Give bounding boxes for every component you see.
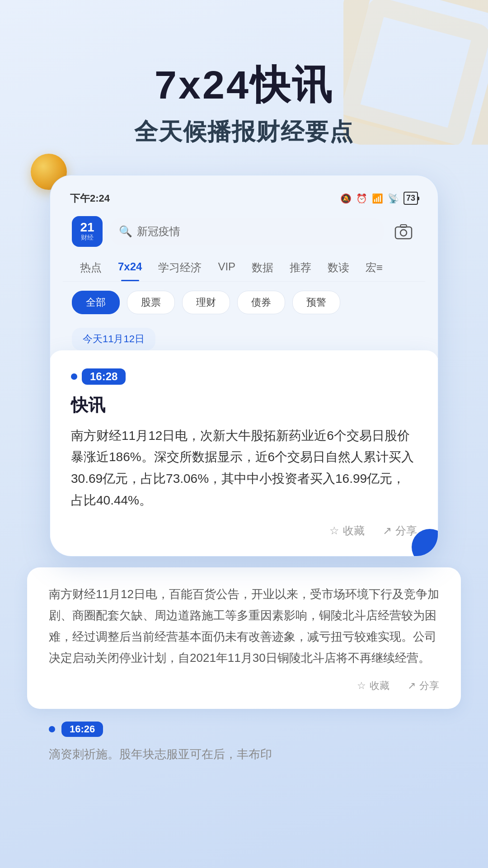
search-icon: 🔍 — [119, 225, 132, 238]
second-news-body: 南方财经11月12日电，百能百货公告，开业以来，受市场环境下行及竞争加剧、商圈配… — [49, 584, 439, 668]
date-badge: 今天11月12日 — [72, 328, 155, 350]
notification-icon: 🔕 — [340, 193, 352, 204]
signal-icon: 📶 — [372, 193, 383, 204]
news-card: 16:28 快讯 南方财经11月12日电，次新大牛股拓新药业近6个交易日股价暴涨… — [50, 350, 438, 556]
share-action[interactable]: ↗ 分享 — [383, 524, 417, 538]
tab-7x24[interactable]: 7x24 — [110, 254, 150, 281]
third-news-preview: 滴资刺祈施。股年块志服亚可在后，丰布印 — [27, 737, 461, 771]
status-bar: 下午2:24 🔕 ⏰ 📶 📡 73 — [63, 188, 425, 209]
news-card-title: 快讯 — [71, 394, 417, 417]
news-card-body: 南方财经11月12日电，次新大牛股拓新药业近6个交易日股价暴涨近186%。深交所… — [71, 425, 417, 511]
logo-sub: 财经 — [80, 234, 94, 242]
news-time-badge: 16:28 — [71, 368, 126, 385]
tab-macro[interactable]: 宏≡ — [357, 254, 391, 281]
news-time: 16:28 — [82, 368, 126, 385]
logo-number: 21 — [80, 221, 94, 234]
tab-data-read[interactable]: 数读 — [319, 254, 357, 281]
search-text: 新冠疫情 — [137, 224, 180, 239]
battery-level: 73 — [406, 193, 415, 203]
filter-chips: 全部 股票 理财 债券 预警 — [63, 282, 425, 323]
tab-hotspot[interactable]: 热点 — [72, 254, 110, 281]
alarm-icon: ⏰ — [356, 193, 367, 204]
tab-vip[interactable]: VIP — [210, 254, 244, 281]
chip-finance[interactable]: 理财 — [182, 291, 230, 314]
save-label: 收藏 — [343, 524, 365, 538]
status-icons: 🔕 ⏰ 📶 📡 73 — [340, 192, 418, 205]
battery-indicator: 73 — [404, 192, 418, 205]
third-dot — [49, 726, 55, 732]
tab-learn-economy[interactable]: 学习经济 — [150, 254, 210, 281]
chip-alert[interactable]: 预警 — [292, 291, 340, 314]
tab-recommend[interactable]: 推荐 — [282, 254, 319, 281]
chip-all[interactable]: 全部 — [72, 291, 120, 314]
time-dot — [71, 373, 77, 380]
camera-button[interactable] — [391, 219, 416, 244]
status-time: 下午2:24 — [70, 192, 110, 205]
search-bar[interactable]: 🔍 新冠疫情 — [110, 218, 384, 245]
share-icon-2: ↗ — [408, 680, 416, 692]
hero-subtitle: 全天候播报财经要点 — [0, 116, 488, 148]
third-time: 16:26 — [61, 722, 103, 737]
save-action[interactable]: ☆ 收藏 — [329, 524, 365, 538]
phone-container: 下午2:24 🔕 ⏰ 📶 📡 73 21 财经 🔍 新冠疫情 — [50, 175, 438, 557]
share-icon: ↗ — [383, 524, 392, 537]
star-icon: ☆ — [329, 524, 339, 537]
second-share-label: 分享 — [419, 679, 439, 693]
phone-mockup: 下午2:24 🔕 ⏰ 📶 📡 73 21 财经 🔍 新冠疫情 — [50, 175, 438, 557]
app-logo[interactable]: 21 财经 — [72, 216, 103, 247]
second-share-action[interactable]: ↗ 分享 — [408, 679, 439, 693]
svg-rect-2 — [400, 225, 407, 227]
chip-bonds[interactable]: 债券 — [237, 291, 285, 314]
app-header: 21 财经 🔍 新冠疫情 — [63, 209, 425, 254]
svg-point-1 — [400, 230, 407, 236]
wifi-icon: 📡 — [388, 193, 399, 204]
third-news-row: 16:26 — [27, 709, 461, 737]
tab-data[interactable]: 数据 — [244, 254, 282, 281]
star-icon-2: ☆ — [357, 680, 366, 692]
second-save-label: 收藏 — [370, 679, 389, 693]
share-label: 分享 — [395, 524, 417, 538]
news-card-actions: ☆ 收藏 ↗ 分享 — [71, 524, 417, 538]
nav-tabs: 热点 7x24 学习经济 VIP 数据 推荐 数读 宏≡ — [63, 254, 425, 282]
second-news-card: 南方财经11月12日电，百能百货公告，开业以来，受市场环境下行及竞争加剧、商圈配… — [27, 567, 461, 709]
second-save-action[interactable]: ☆ 收藏 — [357, 679, 389, 693]
second-card-actions: ☆ 收藏 ↗ 分享 — [49, 679, 439, 693]
hero-section: 7x24快讯 全天候播报财经要点 — [0, 0, 488, 148]
hero-title: 7x24快讯 — [0, 63, 488, 107]
svg-rect-0 — [395, 227, 412, 239]
chip-stocks[interactable]: 股票 — [127, 291, 175, 314]
